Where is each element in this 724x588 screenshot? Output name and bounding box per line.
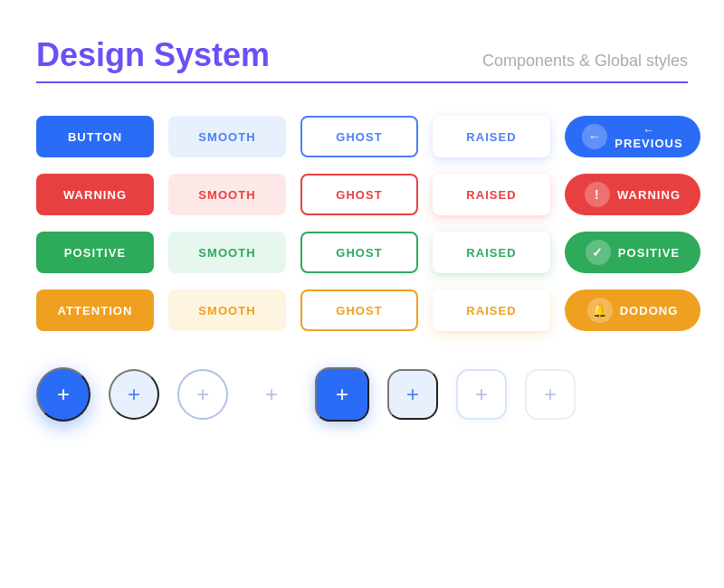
fab-flat-circle[interactable]: + (246, 369, 297, 420)
page-title: Design System (36, 36, 270, 74)
filled-primary-button[interactable]: BUTTON (36, 116, 154, 157)
fab-row: + + + + + + + + (36, 367, 688, 422)
ghost-positive-button[interactable]: GHOST (300, 232, 418, 273)
fab-filled-circle-blue[interactable]: + (36, 367, 90, 422)
button-row-warning: WARNING SMOOTH GHOST RAISED ! WARNING (36, 174, 688, 215)
smooth-warning-button[interactable]: SMOOTH (168, 174, 286, 215)
bell-icon: 🔔 (587, 298, 613, 323)
fab-outlined-circle[interactable]: + (177, 369, 228, 420)
raised-primary-button[interactable]: RAISED (433, 116, 550, 157)
smooth-primary-button[interactable]: SMOOTH (168, 116, 286, 157)
plus-icon: + (265, 382, 278, 407)
plus-icon: + (128, 382, 140, 407)
button-row-positive: POSITIVE SMOOTH GHOST RAISED ✓ POSITIVE (36, 232, 688, 273)
raised-positive-button[interactable]: RAISED (433, 232, 550, 273)
fab-smooth-circle[interactable]: + (109, 369, 159, 420)
button-row-primary: BUTTON SMOOTH GHOST RAISED ← ← PREVIOUS (36, 116, 688, 157)
warning-icon: ! (585, 182, 610, 207)
fab-flat-square[interactable]: + (525, 369, 576, 420)
fab-filled-square-blue[interactable]: + (315, 367, 369, 422)
raised-attention-button[interactable]: RAISED (433, 289, 550, 331)
filled-attention-button[interactable]: ATTENTION (36, 289, 154, 331)
ghost-warning-button[interactable]: GHOST (300, 174, 418, 215)
fab-smooth-square[interactable]: + (387, 369, 438, 420)
plus-icon: + (57, 382, 70, 407)
plus-icon: + (544, 382, 557, 407)
ghost-attention-button[interactable]: GHOST (300, 289, 418, 331)
plus-icon: + (406, 382, 419, 407)
plus-icon: + (336, 382, 348, 407)
smooth-attention-button[interactable]: SMOOTH (168, 289, 286, 331)
pill-positive-button[interactable]: ✓ POSITIVE (565, 232, 700, 273)
header: Design System Components & Global styles (36, 36, 688, 74)
button-grid: BUTTON SMOOTH GHOST RAISED ← ← PREVIOUS … (36, 116, 688, 331)
pill-warning-button[interactable]: ! WARNING (565, 174, 700, 215)
pill-attention-button[interactable]: 🔔 DODONG (565, 289, 700, 331)
button-row-attention: ATTENTION SMOOTH GHOST RAISED 🔔 DODONG (36, 289, 688, 331)
header-divider (36, 81, 688, 83)
arrow-left-icon: ← (582, 124, 607, 149)
filled-positive-button[interactable]: POSITIVE (36, 232, 154, 273)
page-subtitle: Components & Global styles (482, 52, 688, 71)
ghost-primary-button[interactable]: GHOST (300, 116, 418, 157)
smooth-positive-button[interactable]: SMOOTH (168, 232, 286, 273)
fab-outlined-square[interactable]: + (456, 369, 507, 420)
raised-warning-button[interactable]: RAISED (433, 174, 550, 215)
filled-warning-button[interactable]: WARNING (36, 174, 154, 215)
check-icon: ✓ (586, 240, 611, 265)
plus-icon: + (475, 382, 488, 407)
pill-primary-button[interactable]: ← ← PREVIOUS (565, 116, 700, 157)
plus-icon: + (196, 382, 209, 407)
